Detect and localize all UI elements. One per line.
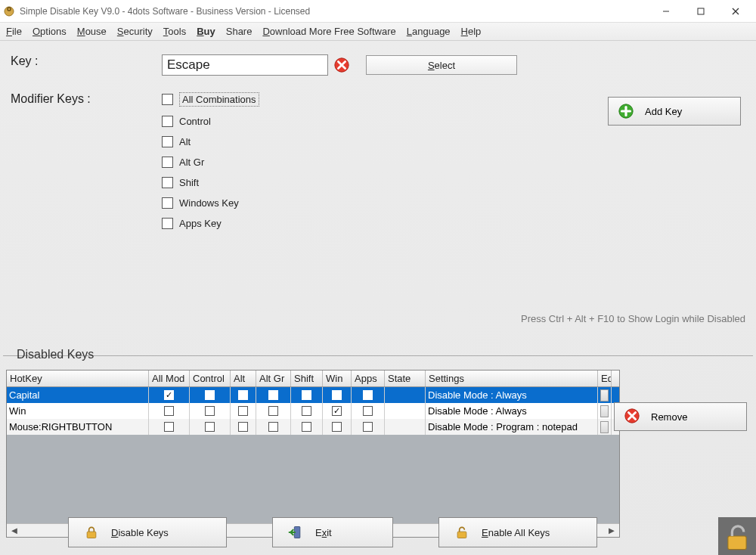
table-cell[interactable] xyxy=(598,387,612,403)
row-checkbox[interactable] xyxy=(238,422,248,432)
row-checkbox[interactable] xyxy=(205,406,215,416)
menu-file[interactable]: File xyxy=(6,26,22,37)
table-cell[interactable] xyxy=(190,387,231,403)
table-cell[interactable] xyxy=(149,403,190,419)
table-cell[interactable] xyxy=(256,387,291,403)
table-cell[interactable] xyxy=(352,387,385,403)
menu-security[interactable]: Security xyxy=(117,26,153,37)
maximize-button[interactable] xyxy=(683,0,718,23)
table-cell[interactable] xyxy=(352,403,385,419)
menu-options[interactable]: Options xyxy=(33,26,67,37)
table-cell[interactable] xyxy=(291,419,323,435)
mod-control[interactable]: Control xyxy=(162,116,259,127)
th-altgr[interactable]: Alt Gr xyxy=(256,371,291,386)
menu-language[interactable]: Language xyxy=(407,26,451,37)
corner-lock-icon xyxy=(718,517,756,555)
table-cell[interactable] xyxy=(256,403,291,419)
lock-open-icon xyxy=(454,525,469,540)
edit-row-button[interactable] xyxy=(600,389,609,402)
table-cell[interactable] xyxy=(598,419,612,435)
table-row[interactable]: WinDisable Mode : Always xyxy=(7,403,619,419)
edit-row-button[interactable] xyxy=(600,421,609,433)
row-checkbox[interactable] xyxy=(164,422,174,432)
menu-download[interactable]: Download More Free Software xyxy=(262,26,395,37)
row-checkbox[interactable] xyxy=(164,406,174,416)
th-edit[interactable]: Ed xyxy=(598,371,612,386)
row-checkbox[interactable] xyxy=(363,422,373,432)
menu-tools[interactable]: Tools xyxy=(163,26,186,37)
menu-share[interactable]: Share xyxy=(226,26,253,37)
table-row[interactable]: CapitalDisable Mode : Always xyxy=(7,387,619,403)
row-checkbox[interactable] xyxy=(238,406,248,416)
key-input[interactable] xyxy=(162,54,328,76)
remove-button[interactable]: Remove xyxy=(614,402,747,431)
window-title: Simple Disable Key V9.0 - 4dots Software… xyxy=(20,6,310,17)
exit-icon xyxy=(288,525,303,540)
th-apps[interactable]: Apps xyxy=(352,371,385,386)
row-checkbox[interactable] xyxy=(238,390,248,400)
disable-keys-button[interactable]: Disable Keys xyxy=(68,517,227,547)
edit-row-button[interactable] xyxy=(600,405,609,417)
th-allmod[interactable]: All Mod xyxy=(149,371,190,386)
table-cell[interactable] xyxy=(231,419,256,435)
login-hint-text: Press Ctrl + Alt + F10 to Show Login whi… xyxy=(521,313,745,324)
enable-all-keys-button[interactable]: Enable All Keys xyxy=(438,517,597,547)
th-alt[interactable]: Alt xyxy=(231,371,256,386)
table-cell[interactable] xyxy=(231,387,256,403)
th-win[interactable]: Win xyxy=(323,371,352,386)
row-checkbox[interactable] xyxy=(302,390,311,400)
table-row[interactable]: Mouse:RIGHTBUTTONDisable Mode : Program … xyxy=(7,419,619,435)
table-cell[interactable] xyxy=(149,387,190,403)
mod-alt[interactable]: Alt xyxy=(162,136,259,147)
th-shift[interactable]: Shift xyxy=(291,371,323,386)
close-button[interactable] xyxy=(718,0,753,23)
svg-rect-3 xyxy=(698,8,704,14)
row-checkbox[interactable] xyxy=(164,390,174,400)
table-cell[interactable] xyxy=(190,419,231,435)
row-checkbox[interactable] xyxy=(302,406,311,416)
table-cell[interactable] xyxy=(291,387,323,403)
menu-buy[interactable]: Buy xyxy=(197,26,215,37)
row-checkbox[interactable] xyxy=(332,422,342,432)
table-cell[interactable] xyxy=(323,419,352,435)
mod-shift[interactable]: Shift xyxy=(162,177,259,188)
table-cell: Disable Mode : Program : notepad xyxy=(426,419,598,435)
mod-windows[interactable]: Windows Key xyxy=(162,197,259,209)
mod-all-combinations[interactable]: All Combinations xyxy=(162,92,259,107)
lock-closed-icon xyxy=(84,525,99,540)
row-checkbox[interactable] xyxy=(363,406,373,416)
menu-mouse[interactable]: Mouse xyxy=(77,26,107,37)
mod-altgr[interactable]: Alt Gr xyxy=(162,157,259,168)
table-cell[interactable] xyxy=(256,419,291,435)
table-cell[interactable] xyxy=(231,403,256,419)
table-cell[interactable] xyxy=(352,419,385,435)
row-checkbox[interactable] xyxy=(205,422,215,432)
add-key-button[interactable]: Add Key xyxy=(608,97,741,126)
row-checkbox[interactable] xyxy=(332,390,342,400)
menu-help[interactable]: Help xyxy=(461,26,482,37)
table-cell[interactable] xyxy=(598,403,612,419)
minimize-button[interactable] xyxy=(649,0,683,23)
table-cell[interactable] xyxy=(323,403,352,419)
menubar: File Options Mouse Security Tools Buy Sh… xyxy=(0,23,756,41)
row-checkbox[interactable] xyxy=(205,390,215,400)
th-hotkey[interactable]: HotKey xyxy=(7,371,149,386)
row-checkbox[interactable] xyxy=(268,422,278,432)
th-settings[interactable]: Settings xyxy=(426,371,598,386)
select-key-button[interactable]: Select xyxy=(366,55,517,75)
exit-button[interactable]: Exit xyxy=(272,517,393,547)
row-checkbox[interactable] xyxy=(268,406,278,416)
th-control[interactable]: Control xyxy=(190,371,231,386)
app-icon xyxy=(3,5,15,17)
row-checkbox[interactable] xyxy=(332,406,342,416)
clear-key-button[interactable] xyxy=(333,56,351,74)
table-cell[interactable] xyxy=(323,387,352,403)
table-cell[interactable] xyxy=(190,403,231,419)
th-state[interactable]: State xyxy=(385,371,426,386)
row-checkbox[interactable] xyxy=(302,422,311,432)
table-cell[interactable] xyxy=(291,403,323,419)
row-checkbox[interactable] xyxy=(363,390,373,400)
table-cell[interactable] xyxy=(149,419,190,435)
row-checkbox[interactable] xyxy=(268,390,278,400)
mod-apps[interactable]: Apps Key xyxy=(162,218,259,229)
